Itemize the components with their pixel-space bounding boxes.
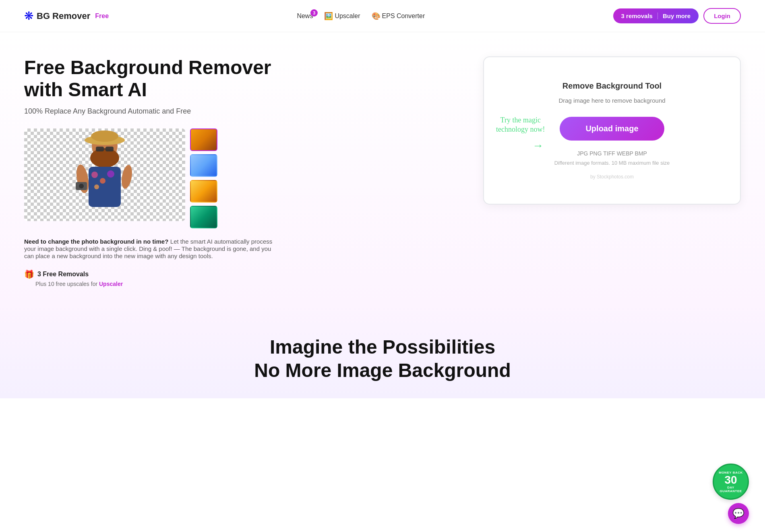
thumb3-inner: [191, 181, 217, 202]
demo-thumb-1[interactable]: [190, 128, 217, 151]
logo-text: BG Remover: [37, 11, 90, 21]
nav-eps-label: EPS Converter: [382, 12, 425, 20]
removals-feature-icon: 🎁: [24, 269, 34, 279]
magic-arrow: →: [532, 139, 544, 152]
svg-point-12: [79, 184, 84, 188]
hero-left: Free Background Remover with Smart AI 10…: [24, 56, 282, 287]
eps-icon: 🎨: [372, 12, 380, 21]
thumb2-inner: [191, 155, 217, 176]
tool-title: Remove Background Tool: [500, 81, 724, 91]
upscales-text: Plus 10 free upscales for: [35, 281, 97, 287]
bottom-title: Imagine the Possibilities No More Image …: [24, 335, 741, 382]
feature-upscales-row: Plus 10 free upscales for Upscaler: [35, 281, 282, 287]
nav-upscaler-link[interactable]: 🖼️ Upscaler: [324, 12, 360, 21]
bottom-title-line2: No More Image Background: [254, 360, 511, 381]
magic-text: Try the magictechnology now!: [496, 116, 545, 135]
stockphotos-credit: by Stockphotos.com: [500, 174, 724, 180]
svg-point-7: [107, 170, 114, 178]
buy-more-label: Buy more: [663, 12, 691, 19]
demo-main-image: [24, 128, 185, 221]
demo-thumbnails: [190, 128, 217, 228]
hero-right: Try the magictechnology now! → Remove Ba…: [483, 56, 741, 205]
demo-thumb-2[interactable]: [190, 154, 217, 177]
upload-image-button[interactable]: Upload image: [560, 117, 664, 141]
demo-thumb-3[interactable]: [190, 180, 217, 203]
logo-link[interactable]: ❋ BG Remover Free: [24, 9, 109, 23]
svg-point-6: [100, 178, 105, 184]
thumb1-inner: [191, 129, 217, 150]
demo-area: [24, 128, 282, 228]
demo-thumb-4[interactable]: [190, 206, 217, 228]
bottom-title-line1: Imagine the Possibilities: [270, 336, 495, 358]
navbar: ❋ BG Remover Free News 3 🖼️ Upscaler 🎨 E…: [0, 0, 765, 32]
bottom-section: Imagine the Possibilities No More Image …: [0, 303, 765, 398]
upload-tool[interactable]: Try the magictechnology now! → Remove Ba…: [483, 56, 741, 205]
nav-eps-link[interactable]: 🎨 EPS Converter: [372, 12, 425, 21]
nav-links: News 3 🖼️ Upscaler 🎨 EPS Converter: [297, 12, 425, 21]
nav-news-link[interactable]: News 3: [297, 12, 313, 20]
logo-icon: ❋: [24, 9, 33, 23]
svg-point-10: [120, 164, 134, 190]
removals-count-label: 3 removals: [621, 12, 658, 19]
login-button[interactable]: Login: [703, 8, 741, 24]
svg-rect-14: [105, 147, 114, 151]
news-badge: 3: [310, 9, 318, 17]
upscaler-link[interactable]: Upscaler: [99, 281, 123, 287]
svg-point-2: [91, 130, 118, 142]
svg-point-5: [91, 172, 98, 178]
svg-point-3: [90, 148, 119, 168]
hero-section: Free Background Remover with Smart AI 10…: [0, 32, 765, 303]
nav-upscaler-label: Upscaler: [335, 12, 360, 20]
description-bold: Need to change the photo background in n…: [24, 238, 168, 245]
thumb4-inner: [191, 207, 217, 228]
tool-subtitle: Drag image here to remove background: [500, 97, 724, 104]
tool-maxsize: Different image formats. 10 MB maximum f…: [500, 160, 724, 166]
demo-woman-svg: [64, 130, 145, 221]
removals-button[interactable]: 3 removals Buy more: [613, 8, 699, 23]
features-block: 🎁 3 Free Removals Plus 10 free upscales …: [24, 269, 282, 287]
upscaler-icon: 🖼️: [324, 12, 333, 21]
svg-point-8: [94, 184, 99, 189]
logo-free-label: Free: [95, 12, 109, 20]
removals-feature-text: 3 Free Removals: [37, 271, 89, 278]
description-block: Need to change the photo background in n…: [24, 238, 282, 260]
nav-actions: 3 removals Buy more Login: [613, 8, 741, 24]
feature-removals-row: 🎁 3 Free Removals: [24, 269, 282, 279]
hero-subtitle: 100% Replace Any Background Automatic an…: [24, 107, 282, 116]
svg-rect-13: [96, 147, 104, 151]
hero-title: Free Background Remover with Smart AI: [24, 56, 282, 101]
